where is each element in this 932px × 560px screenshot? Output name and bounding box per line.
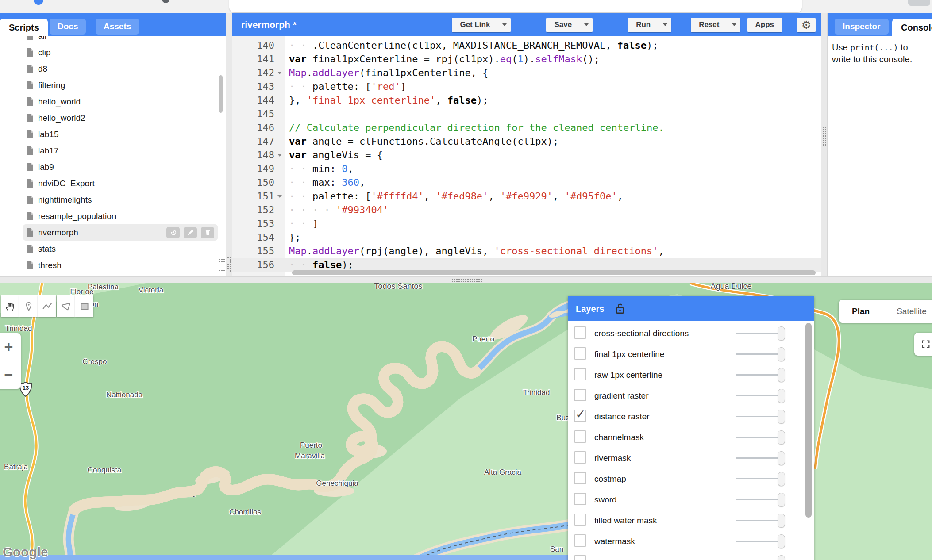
layer-opacity-handle[interactable] [778,451,785,465]
reset-dropdown-button[interactable] [728,18,740,32]
apps-button[interactable]: Apps [747,18,782,32]
google-logo[interactable]: Google [3,545,48,560]
layers-scrollbar[interactable] [805,323,812,518]
splitter-scripts-editor[interactable] [226,13,232,276]
pan-hand-tool[interactable] [1,295,19,317]
layer-opacity-slider[interactable] [736,374,784,376]
script-item-nighttimelights[interactable]: nighttimelights [23,192,218,208]
map-type-plan[interactable]: Plan [839,300,883,323]
script-item-filtering[interactable]: filtering [23,77,218,93]
tab-assets[interactable]: Assets [96,19,139,35]
draw-polygon-tool[interactable] [57,295,75,317]
layer-checkbox[interactable] [574,326,586,339]
layer-opacity-handle[interactable] [778,326,785,341]
script-item-clip[interactable]: clip [23,44,218,61]
script-item-lab17[interactable]: lab17 [23,142,218,159]
zoom-out-button[interactable]: − [0,361,21,389]
script-item-d8[interactable]: d8 [23,61,218,77]
layer-opacity-handle[interactable] [778,410,785,424]
run-button[interactable]: Run [628,18,659,32]
layer-opacity-handle[interactable] [778,368,785,382]
layer-checkbox[interactable] [574,534,586,547]
scripts-scrollbar[interactable] [219,75,223,113]
revision-history-button[interactable] [166,227,180,238]
address-bar[interactable] [229,0,802,12]
save-dropdown-button[interactable] [580,18,593,32]
layer-checkbox[interactable] [574,430,586,443]
layer-opacity-handle[interactable] [778,430,785,445]
layer-opacity-slider[interactable] [736,520,784,521]
splitter-editor-console[interactable] [821,13,828,276]
layer-opacity-slider[interactable] [736,437,784,438]
layer-checkbox[interactable]: ✓ [574,410,586,422]
layer-opacity-handle[interactable] [778,534,785,548]
placemark-tool[interactable] [19,295,38,317]
tab-docs[interactable]: Docs [50,19,86,35]
code-fold-icon[interactable] [277,154,282,157]
draw-line-tool[interactable] [38,295,56,317]
layer-row-distance-raster: ✓distance raster [568,406,802,427]
map-canvas[interactable]: DeseadoFlor deónPalestinaVictoriaTodos S… [0,283,932,560]
layer-opacity-slider[interactable] [736,416,784,417]
map-type-satellite[interactable]: Satellite [883,300,932,323]
layer-checkbox[interactable] [574,493,586,505]
line-number: 151 [232,189,274,203]
layer-checkbox[interactable] [574,389,586,401]
editor-hscrollbar[interactable] [292,270,816,275]
layer-checkbox[interactable] [574,347,586,360]
script-item-resample_population[interactable]: resample_population [23,208,218,224]
script-item-all[interactable]: all [23,36,218,44]
script-item-thresh[interactable]: thresh [23,257,218,273]
edit-button[interactable] [184,227,197,238]
splitter-editor-map[interactable] [0,276,932,283]
save-button[interactable]: Save [546,18,580,32]
delete-button[interactable] [201,227,214,238]
script-item-ndviDC_Export[interactable]: ndviDC_Export [23,175,218,192]
layer-checkbox[interactable] [574,368,586,380]
panel-resize-handle[interactable] [219,256,225,271]
layer-opacity-handle[interactable] [778,514,785,528]
layer-label: watermask [594,531,635,552]
get-link-dropdown-button[interactable] [498,18,511,32]
code-fold-icon[interactable] [277,72,282,74]
layer-opacity-slider[interactable] [736,478,784,479]
fullscreen-button[interactable] [914,333,932,356]
map-label-alta-gracia: Alta Gracia [484,468,521,477]
run-dropdown-button[interactable] [659,18,671,32]
tab-console[interactable]: Console [892,19,932,36]
svg-text:13: 13 [23,384,29,391]
layer-opacity-handle[interactable] [778,493,785,507]
script-item-lab15[interactable]: lab15 [23,126,218,142]
layer-checkbox[interactable] [574,555,586,560]
checkmark-icon: ✓ [575,407,585,422]
zoom-in-button[interactable]: + [0,333,21,361]
layer-checkbox[interactable] [574,514,586,526]
tab-inspector[interactable]: Inspector [835,19,889,35]
layer-opacity-slider[interactable] [736,541,784,542]
layer-opacity-slider[interactable] [736,353,784,355]
layer-opacity-slider[interactable] [736,333,784,334]
settings-button[interactable]: ⚙ [797,18,816,32]
layer-opacity-slider[interactable] [736,499,784,500]
script-item-hello_world[interactable]: hello_world [23,93,218,110]
script-item-lab9[interactable]: lab9 [23,159,218,175]
script-item-label: resample_population [38,211,116,221]
layer-opacity-handle[interactable] [778,347,785,361]
reset-button[interactable]: Reset [691,18,727,32]
layer-opacity-handle[interactable] [778,472,785,486]
code-area[interactable]: 140· · .CleanCenterline(cl1px, MAXDISTAN… [232,36,821,276]
tab-scripts[interactable]: Scripts [0,19,48,36]
unlock-icon[interactable] [614,302,626,315]
get-link-button[interactable]: Get Link [452,18,498,32]
layer-opacity-slider[interactable] [736,457,784,459]
script-item-rivermorph[interactable]: rivermorph [23,224,218,241]
layer-opacity-handle[interactable] [778,555,785,560]
layer-checkbox[interactable] [574,472,586,484]
layer-opacity-slider[interactable] [736,395,784,396]
layer-opacity-handle[interactable] [778,389,785,403]
draw-rectangle-tool[interactable] [75,295,93,317]
script-item-hello_world2[interactable]: hello_world2 [23,110,218,126]
layer-checkbox[interactable] [574,451,586,464]
script-item-stats[interactable]: stats [23,241,218,257]
code-fold-icon[interactable] [277,195,282,198]
